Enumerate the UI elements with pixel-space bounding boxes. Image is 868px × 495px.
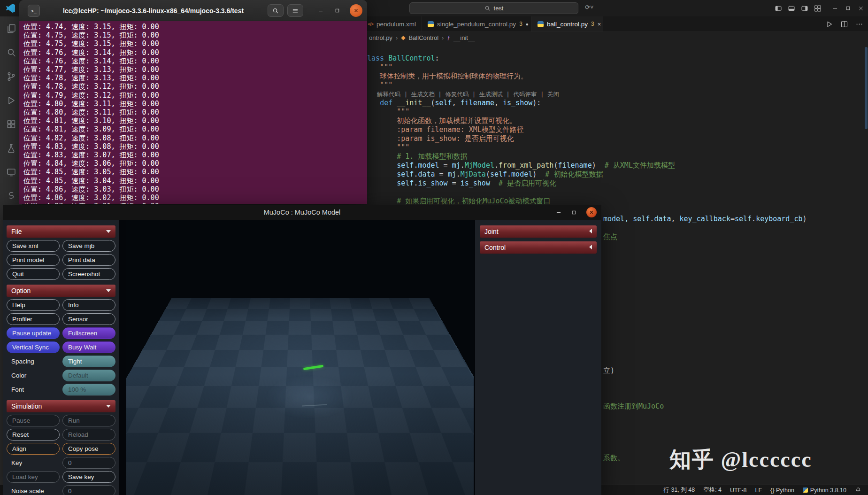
status-label: LF bbox=[755, 487, 762, 494]
terminal-search-button[interactable] bbox=[268, 4, 284, 17]
default-button[interactable]: Default bbox=[62, 370, 115, 381]
bell-icon[interactable] bbox=[855, 487, 861, 494]
layout-sync-icon[interactable]: ⟳˅ bbox=[585, 4, 593, 11]
terminal-menu-button[interactable] bbox=[287, 4, 303, 17]
toggle-secondary-sidebar-icon[interactable] bbox=[801, 5, 808, 12]
mujoco-section-header-control[interactable]: Control bbox=[480, 241, 597, 254]
mujoco-right-panel: JointControl bbox=[475, 220, 601, 495]
zhihu-watermark: 知乎 @lcccccc bbox=[669, 445, 812, 474]
mujoco-section-header-joint[interactable]: Joint bbox=[480, 225, 597, 238]
screenshot-button[interactable]: Screenshot bbox=[62, 268, 115, 280]
mujoco-titlebar[interactable]: MuJoCo : MuJoCo Model bbox=[3, 205, 601, 220]
editor-actions bbox=[825, 16, 863, 32]
tab-ball-control-py[interactable]: ball_control.py3× bbox=[532, 16, 603, 31]
python-env-icon[interactable] bbox=[5, 190, 18, 203]
search-value: test bbox=[494, 5, 504, 12]
customize-layout-icon[interactable] bbox=[814, 5, 822, 12]
panel-row: PauseRun bbox=[7, 415, 115, 426]
terminal-line: 位置: 4.80, 速度: 3.11, 扭矩: 0.00 bbox=[23, 100, 367, 108]
code-line: class BallControl: bbox=[363, 54, 439, 63]
run-debug-icon[interactable] bbox=[5, 94, 18, 107]
terminal-output[interactable]: 位置: 4.74, 速度: 3.15, 扭矩: 0.00位置: 4.75, 速度… bbox=[19, 21, 367, 204]
command-center-search[interactable]: test bbox=[409, 2, 578, 14]
status-label: Python 3.8.10 bbox=[810, 487, 846, 494]
save-key-button[interactable]: Save key bbox=[62, 471, 115, 483]
indentation[interactable]: 空格: 4 bbox=[703, 486, 722, 494]
terminal-line: 位置: 4.85, 速度: 3.05, 扭矩: 0.00 bbox=[23, 168, 367, 176]
mujoco-section-file: FileSave xmlSave mjbPrint modelPrint dat… bbox=[7, 225, 115, 280]
noise-scale-label: Noise scale bbox=[7, 485, 60, 495]
explorer-icon[interactable] bbox=[5, 22, 18, 35]
close-button[interactable] bbox=[858, 5, 864, 12]
save-xml-button[interactable]: Save xml bbox=[7, 240, 60, 252]
maximize-button[interactable] bbox=[845, 5, 851, 11]
quit-button[interactable]: Quit bbox=[7, 268, 60, 280]
fullscreen-button[interactable]: Fullscreen bbox=[62, 327, 115, 339]
terminal-close-button[interactable] bbox=[350, 4, 362, 17]
help-button[interactable]: Help bbox=[7, 299, 60, 311]
code-line: 球体控制类，用于模拟和控制球体的物理行为。 bbox=[363, 72, 528, 81]
python-interpreter[interactable]: Python 3.8.10 bbox=[803, 487, 846, 494]
toggle-panel-icon[interactable] bbox=[788, 5, 795, 12]
print-data-button[interactable]: Print data bbox=[62, 254, 115, 266]
code-line: :param filename: XML模型文件路径 bbox=[363, 125, 524, 134]
mujoco-close-button[interactable] bbox=[586, 207, 597, 217]
breadcrumb-file[interactable]: ontrol.py bbox=[369, 34, 392, 41]
viewport-3d[interactable] bbox=[126, 220, 474, 495]
eol[interactable]: LF bbox=[755, 487, 762, 494]
search-icon[interactable] bbox=[5, 46, 18, 59]
toggle-primary-sidebar-icon[interactable] bbox=[775, 5, 782, 12]
split-editor-icon[interactable] bbox=[840, 20, 848, 28]
print-model-button[interactable]: Print model bbox=[7, 254, 60, 266]
terminal-line: 位置: 4.83, 速度: 3.07, 扭矩: 0.00 bbox=[23, 151, 367, 159]
save-mjb-button[interactable]: Save mjb bbox=[62, 240, 115, 252]
key-label: Key bbox=[7, 457, 60, 469]
cursor-position[interactable]: 行 31, 列 48 bbox=[663, 486, 695, 494]
terminal-minimize-button[interactable] bbox=[314, 4, 327, 17]
mujoco-section-header-file[interactable]: File bbox=[7, 225, 115, 238]
run-python-file-icon[interactable] bbox=[825, 20, 833, 28]
code-line: :param is_show: 是否启用可视化 bbox=[363, 134, 514, 143]
screen: test ⟳˅ </>pendulum.xmlsingle_pendulum_c… bbox=[0, 0, 868, 495]
remote-explorer-icon[interactable] bbox=[5, 166, 18, 179]
align-button[interactable]: Align bbox=[7, 443, 60, 455]
terminal-line: 位置: 4.78, 速度: 3.12, 扭矩: 0.00 bbox=[23, 82, 367, 91]
code-fragment: 立) bbox=[603, 366, 615, 375]
encoding[interactable]: UTF-8 bbox=[730, 487, 746, 494]
section-title: Option bbox=[11, 287, 31, 294]
vertical-sync-button[interactable]: Vertical Sync bbox=[7, 341, 60, 353]
mujoco-section-header-simulation[interactable]: Simulation bbox=[7, 400, 115, 412]
search-icon bbox=[484, 5, 491, 11]
info-button[interactable]: Info bbox=[62, 299, 115, 311]
tight-button[interactable]: Tight bbox=[62, 356, 115, 367]
modified-dot-icon[interactable]: ● bbox=[526, 22, 529, 27]
spacing-label: Spacing bbox=[7, 356, 60, 367]
busy-wait-button[interactable]: Busy Wait bbox=[62, 341, 115, 353]
breadcrumb-separator: › bbox=[442, 34, 444, 41]
mujoco-minimize-button[interactable] bbox=[553, 205, 565, 220]
terminal-maximize-button[interactable] bbox=[331, 4, 344, 17]
code-line: self.is_show = is_show # 是否启用可视化 bbox=[363, 179, 556, 188]
terminal-titlebar[interactable]: >_ lcc@lccHP: ~/mujoco-3.3.6-linux-x86_6… bbox=[19, 0, 367, 21]
profiler-button[interactable]: Profiler bbox=[7, 313, 60, 325]
tab-single-pendulum-control-py[interactable]: single_pendulum_control.py3● bbox=[422, 16, 532, 31]
sensor-button[interactable]: Sensor bbox=[62, 313, 115, 325]
breadcrumb-method[interactable]: __init__ bbox=[453, 34, 475, 41]
minimize-button[interactable] bbox=[832, 5, 838, 12]
language-mode[interactable]: {} Python bbox=[770, 487, 794, 494]
close-tab-icon[interactable]: × bbox=[598, 21, 601, 28]
100-button[interactable]: 100 % bbox=[62, 384, 115, 395]
more-actions-icon[interactable] bbox=[855, 20, 863, 28]
mujoco-section-header-option[interactable]: Option bbox=[7, 285, 115, 297]
mujoco-maximize-button[interactable] bbox=[568, 205, 580, 220]
extensions-icon[interactable] bbox=[5, 118, 18, 131]
copy-pose-button[interactable]: Copy pose bbox=[62, 443, 115, 455]
codelens-actions[interactable]: 解释代码 | 生成文档 | 修复代码 | 生成测试 | 代码评审 | 关闭 bbox=[363, 90, 559, 99]
pause-update-button[interactable]: Pause update bbox=[7, 327, 60, 339]
scrollbar-thumb[interactable] bbox=[865, 47, 868, 129]
testing-icon[interactable] bbox=[5, 142, 18, 155]
panel-row: AlignCopy pose bbox=[7, 443, 115, 455]
breadcrumb-class[interactable]: BallControl bbox=[408, 34, 438, 41]
source-control-icon[interactable] bbox=[5, 70, 18, 83]
reset-button[interactable]: Reset bbox=[7, 429, 60, 441]
